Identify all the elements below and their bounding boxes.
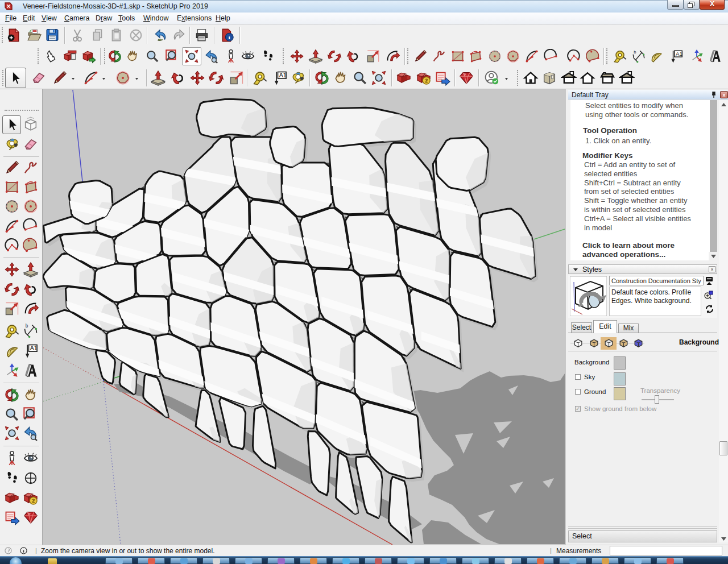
- svg-text:A1: A1: [676, 51, 682, 57]
- svg-text:A1: A1: [279, 72, 287, 78]
- svg-text:A1: A1: [30, 345, 38, 351]
- svg-text:b: b: [26, 324, 28, 329]
- svg-text:b: b: [634, 49, 636, 55]
